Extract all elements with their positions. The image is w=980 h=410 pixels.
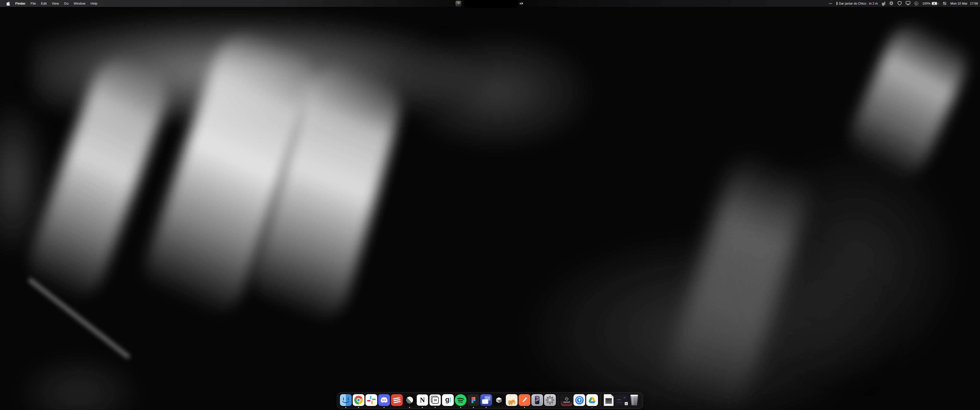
app-menus: Finder FileEditViewGoWindowHelp — [0, 0, 100, 7]
dock-item-notion[interactable]: N — [416, 394, 428, 406]
running-indicator — [409, 407, 410, 408]
dock-item-grammarly[interactable]: g — [442, 394, 454, 406]
battery-percent: 100% — [922, 2, 931, 5]
wallpaper-gray-cloud-2 — [396, 30, 600, 153]
dock-item-notion-calendar[interactable]: 10 — [429, 394, 441, 406]
running-indicator — [473, 407, 474, 408]
equalizer-icon[interactable] — [520, 0, 523, 7]
menubar-date: Mon 10 Mar — [950, 2, 967, 5]
target-circles-icon[interactable] — [915, 2, 918, 5]
dock-item-window-thumbnail[interactable]: 11 — [615, 394, 628, 406]
battery-nub — [939, 3, 939, 4]
dock-item-postico[interactable] — [506, 394, 518, 406]
menu-help[interactable]: Help — [88, 2, 100, 5]
menubar-avatar-icon[interactable] — [455, 1, 461, 6]
dock-item-google-drive[interactable] — [586, 394, 598, 406]
menubar-time: 17:58 — [970, 2, 978, 5]
dock-item-spotify[interactable] — [455, 394, 467, 406]
running-indicator — [358, 407, 359, 408]
dock-item-discord[interactable] — [378, 394, 390, 406]
running-indicator — [434, 407, 436, 408]
dock-item-trash[interactable] — [628, 394, 640, 406]
dock-item-cube-3d[interactable] — [493, 394, 505, 406]
desktop-wallpaper — [0, 0, 980, 410]
running-indicator — [345, 407, 346, 408]
dock-item-one-password[interactable] — [573, 394, 585, 406]
menu-app-name[interactable]: Finder — [13, 2, 28, 5]
dock-item-chrome[interactable] — [352, 394, 365, 406]
running-indicator — [460, 407, 461, 408]
dock-item-iphone-mirroring[interactable] — [531, 394, 543, 406]
status-menu-area: ••• Dar jantar do Chico · in 2 m g 100% — [829, 0, 978, 7]
wallpaper-right-glow — [740, 140, 970, 383]
running-indicator — [422, 407, 423, 408]
dock-item-postman[interactable] — [518, 394, 531, 406]
calendar-event-item[interactable]: Dar jantar do Chico · in 2 m — [837, 2, 878, 5]
display-mirroring-icon[interactable] — [906, 1, 910, 6]
dock-item-figma[interactable] — [467, 394, 479, 406]
menubar-clock[interactable]: Mon 10 Mar 17:58 — [950, 2, 978, 5]
shield-icon[interactable] — [897, 1, 902, 6]
dock-item-striped-sphere[interactable] — [404, 394, 416, 406]
event-text: Dar jantar do Chico · in 2 m — [839, 2, 878, 5]
dock-item-system-settings[interactable] — [544, 394, 556, 406]
grammarly-g-icon[interactable]: g — [882, 2, 885, 5]
control-center-icon[interactable] — [943, 2, 946, 5]
menu-window[interactable]: Window — [71, 2, 88, 5]
dock-item-document-file[interactable] — [603, 394, 615, 406]
running-indicator — [592, 407, 593, 408]
battery-charging-icon — [932, 2, 937, 5]
menu-go[interactable]: Go — [62, 2, 71, 5]
running-indicator — [524, 407, 525, 408]
dock-divider — [558, 394, 558, 406]
dock-item-raycast[interactable]: raycast — [560, 394, 573, 406]
apple-menu[interactable] — [4, 0, 12, 7]
dock-item-alttab[interactable] — [480, 394, 492, 406]
starburst-icon[interactable] — [889, 1, 894, 6]
menu-edit[interactable]: Edit — [38, 2, 49, 5]
menu-overflow-button[interactable]: ••• — [829, 2, 832, 5]
dock-item-todoist[interactable] — [391, 394, 403, 406]
event-bar-icon — [837, 2, 837, 5]
running-indicator — [486, 407, 487, 408]
display-notch — [464, 0, 518, 8]
running-indicator — [383, 407, 385, 408]
dock-item-finder[interactable] — [340, 394, 352, 406]
wallpaper-bottom-left-glow — [13, 354, 145, 410]
apple-logo-icon — [6, 2, 10, 6]
dock-item-slack[interactable] — [365, 394, 377, 406]
menu-file[interactable]: File — [28, 2, 38, 5]
menu-view[interactable]: View — [49, 2, 62, 5]
battery-status[interactable]: 100% — [922, 2, 939, 5]
menu-bar: Finder FileEditViewGoWindowHelp ••• Dar … — [0, 0, 980, 7]
dock: N10graycast11 — [337, 392, 643, 409]
